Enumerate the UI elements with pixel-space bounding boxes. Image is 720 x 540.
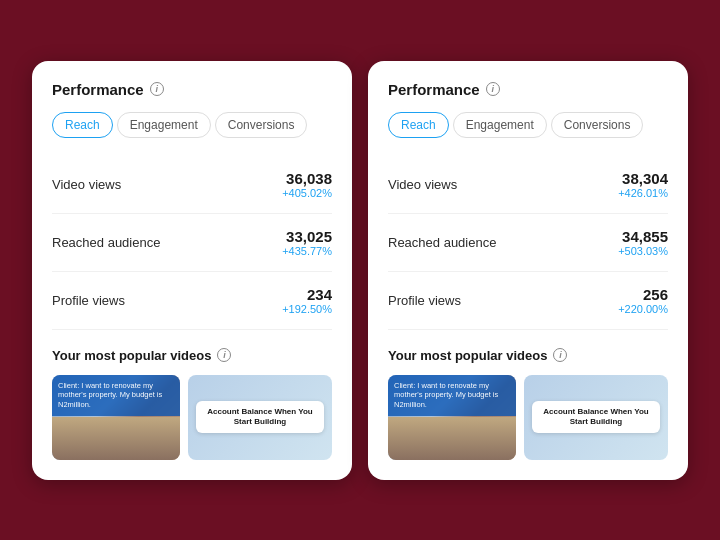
- left-profile-views-values: 234 +192.50%: [282, 286, 332, 315]
- right-thumb-1-text: Client: I want to renovate my mother's p…: [388, 375, 516, 416]
- left-thumb-1[interactable]: Client: I want to renovate my mother's p…: [52, 375, 180, 460]
- right-reached-audience-label: Reached audience: [388, 235, 496, 250]
- left-popular-section: Your most popular videos i Client: I wan…: [52, 348, 332, 460]
- right-thumb-1-bg: [388, 417, 516, 460]
- right-thumb-1[interactable]: Client: I want to renovate my mother's p…: [388, 375, 516, 460]
- right-reached-audience-values: 34,855 +503.03%: [618, 228, 668, 257]
- right-thumb-2[interactable]: Account Balance When You Start Building: [524, 375, 668, 460]
- right-reached-audience-number: 34,855: [618, 228, 668, 245]
- left-tab-engagement[interactable]: Engagement: [117, 112, 211, 138]
- right-thumb-2-text: Account Balance When You Start Building: [532, 401, 660, 434]
- left-reached-audience-change: +435.77%: [282, 245, 332, 257]
- left-info-icon[interactable]: i: [150, 82, 164, 96]
- left-metrics: Video views 36,038 +405.02% Reached audi…: [52, 156, 332, 330]
- left-metric-reached-audience: Reached audience 33,025 +435.77%: [52, 214, 332, 272]
- right-metric-reached-audience: Reached audience 34,855 +503.03%: [388, 214, 668, 272]
- right-video-views-number: 38,304: [618, 170, 668, 187]
- right-panel-header: Performance i: [388, 81, 668, 98]
- left-popular-info-icon[interactable]: i: [217, 348, 231, 362]
- right-video-views-values: 38,304 +426.01%: [618, 170, 668, 199]
- right-video-views-label: Video views: [388, 177, 457, 192]
- right-video-views-change: +426.01%: [618, 187, 668, 199]
- right-metric-profile-views: Profile views 256 +220.00%: [388, 272, 668, 330]
- right-panel-title: Performance: [388, 81, 480, 98]
- right-profile-views-label: Profile views: [388, 293, 461, 308]
- left-reached-audience-number: 33,025: [282, 228, 332, 245]
- left-tab-reach[interactable]: Reach: [52, 112, 113, 138]
- left-video-thumbnails: Client: I want to renovate my mother's p…: [52, 375, 332, 460]
- right-video-thumbnails: Client: I want to renovate my mother's p…: [388, 375, 668, 460]
- left-metric-profile-views: Profile views 234 +192.50%: [52, 272, 332, 330]
- left-metric-video-views: Video views 36,038 +405.02%: [52, 156, 332, 214]
- right-profile-views-number: 256: [618, 286, 668, 303]
- right-tab-reach[interactable]: Reach: [388, 112, 449, 138]
- left-thumb-2[interactable]: Account Balance When You Start Building: [188, 375, 332, 460]
- left-tabs: Reach Engagement Conversions: [52, 112, 332, 138]
- right-metric-video-views: Video views 38,304 +426.01%: [388, 156, 668, 214]
- right-profile-views-values: 256 +220.00%: [618, 286, 668, 315]
- left-video-views-label: Video views: [52, 177, 121, 192]
- panels-container: Performance i Reach Engagement Conversio…: [12, 41, 708, 500]
- right-panel: Performance i Reach Engagement Conversio…: [368, 61, 688, 480]
- right-popular-info-icon[interactable]: i: [553, 348, 567, 362]
- left-panel: Performance i Reach Engagement Conversio…: [32, 61, 352, 480]
- right-reached-audience-change: +503.03%: [618, 245, 668, 257]
- right-tab-conversions[interactable]: Conversions: [551, 112, 644, 138]
- left-profile-views-number: 234: [282, 286, 332, 303]
- left-reached-audience-values: 33,025 +435.77%: [282, 228, 332, 257]
- left-thumb-1-bg: [52, 417, 180, 460]
- left-video-views-change: +405.02%: [282, 187, 332, 199]
- left-profile-views-change: +192.50%: [282, 303, 332, 315]
- right-tabs: Reach Engagement Conversions: [388, 112, 668, 138]
- left-reached-audience-label: Reached audience: [52, 235, 160, 250]
- left-popular-title: Your most popular videos i: [52, 348, 332, 363]
- left-panel-title: Performance: [52, 81, 144, 98]
- left-thumb-2-text: Account Balance When You Start Building: [196, 401, 324, 434]
- right-metrics: Video views 38,304 +426.01% Reached audi…: [388, 156, 668, 330]
- left-tab-conversions[interactable]: Conversions: [215, 112, 308, 138]
- left-video-views-number: 36,038: [282, 170, 332, 187]
- right-info-icon[interactable]: i: [486, 82, 500, 96]
- left-thumb-1-text: Client: I want to renovate my mother's p…: [52, 375, 180, 416]
- right-tab-engagement[interactable]: Engagement: [453, 112, 547, 138]
- left-panel-header: Performance i: [52, 81, 332, 98]
- right-popular-section: Your most popular videos i Client: I wan…: [388, 348, 668, 460]
- right-profile-views-change: +220.00%: [618, 303, 668, 315]
- left-profile-views-label: Profile views: [52, 293, 125, 308]
- right-popular-title: Your most popular videos i: [388, 348, 668, 363]
- left-video-views-values: 36,038 +405.02%: [282, 170, 332, 199]
